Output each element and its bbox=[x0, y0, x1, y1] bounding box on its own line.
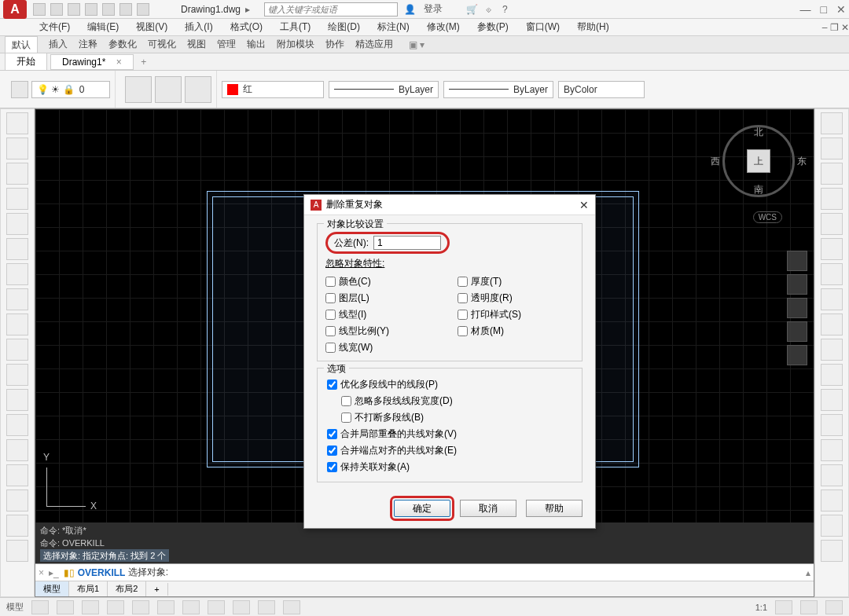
cmd-chevron-icon[interactable]: ▸_ bbox=[49, 567, 59, 578]
login-link[interactable]: 登录 bbox=[424, 2, 443, 16]
chk-color[interactable]: 颜色(C) bbox=[325, 275, 442, 288]
status-grid-icon[interactable] bbox=[31, 600, 49, 614]
qat-plot-icon[interactable] bbox=[102, 3, 115, 16]
mod-break-icon[interactable] bbox=[821, 389, 843, 411]
mod-align-icon[interactable] bbox=[821, 515, 843, 537]
mod-join-icon[interactable] bbox=[821, 414, 843, 436]
menu-dimension[interactable]: 标注(N) bbox=[377, 20, 410, 34]
file-tab-start[interactable]: 开始 bbox=[5, 53, 47, 71]
cancel-button[interactable]: 取消 bbox=[460, 500, 516, 517]
layout-add-button[interactable]: + bbox=[146, 583, 167, 596]
cmd-expand-icon[interactable]: ▴ bbox=[806, 567, 810, 578]
command-line[interactable]: × ▸_ ▮▯ OVERKILL 选择对象: ▴ bbox=[35, 563, 814, 581]
tolerance-input[interactable] bbox=[373, 236, 441, 250]
layout1-tab[interactable]: 布局1 bbox=[69, 581, 108, 596]
dialog-titlebar[interactable]: A 删除重复对象 ✕ bbox=[304, 195, 595, 215]
mod-array-icon[interactable] bbox=[821, 213, 843, 235]
ribbon-tab-featured[interactable]: 精选应用 bbox=[355, 38, 393, 51]
ribbon-tab-output[interactable]: 输出 bbox=[247, 38, 266, 51]
mod-erase-icon[interactable] bbox=[821, 112, 843, 134]
chk-thickness[interactable]: 厚度(T) bbox=[458, 275, 574, 288]
chk-material[interactable]: 材质(M) bbox=[458, 324, 574, 338]
status-dyn-icon[interactable] bbox=[233, 600, 250, 614]
model-tab[interactable]: 模型 bbox=[35, 581, 69, 596]
tool-gradient-icon[interactable] bbox=[6, 490, 28, 512]
viewcube-west[interactable]: 西 bbox=[711, 155, 720, 168]
plotstyle-dropdown[interactable]: ByColor bbox=[558, 81, 645, 98]
qat-redo-icon[interactable] bbox=[137, 3, 149, 16]
mod-fillet-icon[interactable] bbox=[821, 464, 843, 486]
user-icon[interactable]: 👤 bbox=[404, 4, 416, 15]
status-osnap-icon[interactable] bbox=[132, 600, 149, 614]
qat-new-icon[interactable] bbox=[33, 3, 46, 16]
close-button[interactable]: ✕ bbox=[836, 3, 846, 16]
qat-undo-icon[interactable] bbox=[119, 3, 132, 16]
file-tab-drawing1[interactable]: Drawing1* × bbox=[50, 54, 134, 70]
status-lwt-icon[interactable] bbox=[258, 600, 275, 614]
chk-maintain-assoc[interactable]: 保持关联对象(A) bbox=[327, 460, 574, 474]
color-dropdown[interactable]: 红 bbox=[222, 81, 324, 98]
ribbon-tab-visualize[interactable]: 可视化 bbox=[148, 38, 176, 51]
menu-format[interactable]: 格式(O) bbox=[230, 20, 263, 34]
chk-plotstyle[interactable]: 打印样式(S) bbox=[458, 308, 574, 321]
mod-scale-icon[interactable] bbox=[821, 288, 843, 310]
menu-insert[interactable]: 插入(I) bbox=[185, 20, 212, 34]
ribbon-tab-view[interactable]: 视图 bbox=[187, 38, 206, 51]
tool-table-icon[interactable] bbox=[6, 540, 28, 562]
tool-ellipse-icon[interactable] bbox=[6, 339, 28, 361]
menu-tools[interactable]: 工具(T) bbox=[280, 20, 311, 34]
mod-stretch-icon[interactable] bbox=[821, 314, 843, 336]
viewcube-north[interactable]: 北 bbox=[754, 126, 763, 139]
tool-line-icon[interactable] bbox=[6, 112, 28, 134]
status-clean-icon[interactable] bbox=[825, 600, 843, 614]
tool-rect-icon[interactable] bbox=[6, 213, 28, 235]
nav-orbit-icon[interactable] bbox=[787, 321, 807, 342]
tool-polygon-icon[interactable] bbox=[6, 188, 28, 210]
viewcube-south[interactable]: 南 bbox=[754, 183, 763, 196]
status-3dosnap-icon[interactable] bbox=[157, 600, 175, 614]
nav-showmotion-icon[interactable] bbox=[787, 345, 807, 365]
dialog-close-button[interactable]: ✕ bbox=[579, 199, 589, 211]
file-tab-close-icon[interactable]: × bbox=[116, 57, 122, 68]
mod-extend-icon[interactable] bbox=[821, 364, 843, 386]
nav-zoom-icon[interactable] bbox=[787, 298, 807, 318]
ok-button[interactable]: 确定 bbox=[394, 500, 450, 517]
cart-icon[interactable]: 🛒 bbox=[466, 4, 478, 15]
ribbon-tab-manage[interactable]: 管理 bbox=[217, 38, 236, 51]
layer-dropdown[interactable]: 💡 ☀ 🔒 0 bbox=[31, 81, 110, 98]
chk-combine-overlap[interactable]: 合并局部重叠的共线对象(V) bbox=[327, 427, 574, 441]
qat-saveas-icon[interactable] bbox=[85, 3, 97, 16]
layout2-tab[interactable]: 布局2 bbox=[108, 581, 146, 596]
ribbon-tab-annotate[interactable]: 注释 bbox=[79, 38, 97, 51]
mod-offset-icon[interactable] bbox=[821, 188, 843, 210]
status-model[interactable]: 模型 bbox=[6, 601, 24, 613]
mod-mirror-icon[interactable] bbox=[821, 163, 843, 185]
layer-states-icon[interactable] bbox=[155, 76, 182, 103]
status-ortho-icon[interactable] bbox=[82, 600, 99, 614]
tool-hatch-icon[interactable] bbox=[6, 464, 28, 486]
tool-region-icon[interactable] bbox=[6, 515, 28, 537]
linetype-dropdown[interactable]: ByLayer bbox=[329, 81, 439, 98]
viewcube-east[interactable]: 东 bbox=[797, 155, 807, 168]
tool-ellipsearc-icon[interactable] bbox=[6, 364, 28, 386]
maximize-button[interactable]: □ bbox=[821, 3, 827, 16]
tool-ray-icon[interactable] bbox=[6, 138, 28, 160]
tool-insert-icon[interactable] bbox=[6, 389, 28, 411]
menu-view[interactable]: 视图(V) bbox=[136, 20, 167, 34]
tool-pline-icon[interactable] bbox=[6, 163, 28, 185]
chk-lweight[interactable]: 线宽(W) bbox=[325, 341, 442, 354]
status-snap-icon[interactable] bbox=[57, 600, 74, 614]
tool-arc-icon[interactable] bbox=[6, 238, 28, 260]
status-ducs-icon[interactable] bbox=[208, 600, 225, 614]
qat-open-icon[interactable] bbox=[50, 3, 63, 16]
tool-point-icon[interactable] bbox=[6, 439, 28, 461]
help-icon[interactable]: ? bbox=[502, 4, 508, 15]
status-transp-icon[interactable] bbox=[283, 600, 300, 614]
mod-move-icon[interactable] bbox=[821, 238, 843, 260]
help-search-input[interactable] bbox=[264, 2, 398, 16]
chk-layer[interactable]: 图层(L) bbox=[325, 292, 442, 305]
tool-spline-icon[interactable] bbox=[6, 314, 28, 336]
lineweight-dropdown[interactable]: ByLayer bbox=[443, 81, 553, 98]
viewcube-top[interactable]: 上 bbox=[747, 149, 770, 173]
chk-linetype[interactable]: 线型(I) bbox=[325, 308, 442, 321]
